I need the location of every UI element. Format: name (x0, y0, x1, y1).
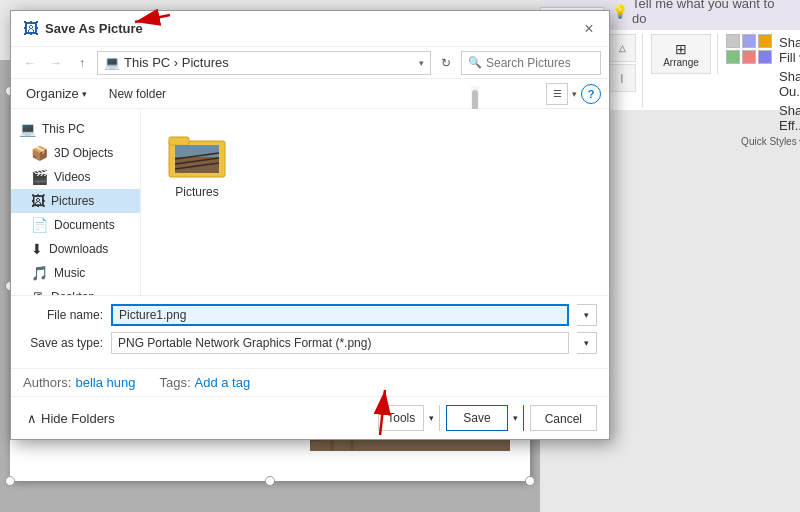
lightbulb-icon: 💡 (612, 4, 628, 19)
authors-value[interactable]: bella hung (75, 375, 135, 390)
up-button[interactable]: ↑ (71, 52, 93, 74)
music-label: Music (54, 266, 85, 280)
search-input[interactable] (486, 56, 596, 70)
filename-dropdown[interactable]: ▾ (577, 304, 597, 326)
save-as-dialog: 🖼 Save As Picture × ← → ↑ 💻 This PC › Pi… (10, 10, 610, 440)
tags-row: Authors: bella hung Tags: Add a tag (23, 375, 597, 390)
view-dropdown-icon[interactable]: ▾ (572, 89, 577, 99)
music-icon: 🎵 (31, 265, 48, 281)
handle-br[interactable] (525, 476, 535, 486)
sidebar-item-music[interactable]: 🎵 Music (11, 261, 140, 285)
pictures-icon: 🖼 (31, 193, 45, 209)
tags-label: Tags: (159, 375, 190, 390)
shape-fill-btn[interactable]: Shape Fill ▾ (776, 34, 800, 66)
computer-icon: 💻 (104, 55, 120, 70)
sidebar-item-downloads[interactable]: ⬇ Downloads (11, 237, 140, 261)
savetype-input[interactable] (111, 332, 569, 354)
handle-bl[interactable] (5, 476, 15, 486)
quick-styles-label[interactable]: Quick Styles ▾ (726, 136, 800, 147)
dialog-body: 💻 This PC 📦 3D Objects 🎬 Videos 🖼 Pictur… (11, 109, 609, 295)
cancel-button[interactable]: Cancel (530, 405, 597, 431)
documents-label: Documents (54, 218, 115, 232)
organize-button[interactable]: Organize ▾ (19, 83, 94, 104)
this-pc-label: This PC (42, 122, 85, 136)
back-button[interactable]: ← (19, 52, 41, 74)
dialog-fields: File name: ▾ Save as type: ▾ (11, 295, 609, 368)
breadcrumb-dropdown-icon[interactable]: ▾ (419, 58, 424, 68)
videos-icon: 🎬 (31, 169, 48, 185)
organize-dropdown-icon: ▾ (82, 89, 87, 99)
tools-dropdown-icon[interactable]: ▾ (423, 405, 439, 431)
filename-label: File name: (23, 308, 103, 322)
tab-tell[interactable]: 💡 Tell me what you want to do (604, 0, 800, 30)
sidebar: 💻 This PC 📦 3D Objects 🎬 Videos 🖼 Pictur… (11, 109, 141, 295)
shape-outline-btn[interactable]: Shape Ou... (776, 68, 800, 100)
filename-row: File name: ▾ (23, 304, 597, 326)
documents-icon: 📄 (31, 217, 48, 233)
shape-icon-6[interactable]: | (608, 64, 636, 92)
svg-rect-16 (169, 137, 189, 145)
save-button[interactable]: Save ▾ (446, 405, 523, 431)
handle-bc[interactable] (265, 476, 275, 486)
dialog-nav-toolbar: ← → ↑ 💻 This PC › Pictures ▾ ↻ 🔍 (11, 47, 609, 79)
view-button[interactable]: ☰ (546, 83, 568, 105)
savetype-label: Save as type: (23, 336, 103, 350)
new-folder-button[interactable]: New folder (100, 84, 175, 104)
tags-section: Tags: Add a tag (159, 375, 250, 390)
authors-label: Authors: (23, 375, 71, 390)
dialog-close-button[interactable]: × (577, 17, 601, 41)
downloads-label: Downloads (49, 242, 108, 256)
shape-effects-btn[interactable]: Shape Eff... (776, 102, 800, 134)
save-dropdown-icon[interactable]: ▾ (507, 405, 523, 431)
filename-input[interactable] (111, 304, 569, 326)
breadcrumb[interactable]: 💻 This PC › Pictures ▾ (97, 51, 431, 75)
this-pc-icon: 💻 (19, 121, 36, 137)
pictures-folder-item[interactable]: Pictures (157, 125, 237, 205)
sidebar-item-this-pc[interactable]: 💻 This PC (11, 117, 140, 141)
videos-label: Videos (54, 170, 90, 184)
search-box: 🔍 (461, 51, 601, 75)
dialog-footer: Authors: bella hung Tags: Add a tag (11, 368, 609, 396)
downloads-icon: ⬇ (31, 241, 43, 257)
sidebar-item-documents[interactable]: 📄 Documents (11, 213, 140, 237)
help-button[interactable]: ? (581, 84, 601, 104)
forward-button[interactable]: → (45, 52, 67, 74)
quick-styles[interactable] (726, 34, 772, 134)
add-tag-link[interactable]: Add a tag (195, 375, 251, 390)
3d-objects-icon: 📦 (31, 145, 48, 161)
dialog-icon: 🖼 (23, 20, 39, 38)
dialog-actions: ∧ Hide Folders Tools ▾ Save ▾ Cancel (11, 396, 609, 439)
tools-button[interactable]: Tools ▾ (378, 405, 440, 431)
pictures-label: Pictures (51, 194, 94, 208)
folder-name-label: Pictures (175, 185, 218, 199)
sidebar-item-3d-objects[interactable]: 📦 3D Objects (11, 141, 140, 165)
organize-toolbar: Organize ▾ New folder ☰ ▾ ? (11, 79, 609, 109)
dialog-title-bar: 🖼 Save As Picture × (11, 11, 609, 47)
search-icon: 🔍 (468, 56, 482, 69)
shape-icon-3[interactable]: △ (608, 34, 636, 62)
savetype-dropdown[interactable]: ▾ (577, 332, 597, 354)
title-bar-left: 🖼 Save As Picture (23, 20, 143, 38)
sidebar-item-pictures[interactable]: 🖼 Pictures (11, 189, 140, 213)
folder-thumbnail (167, 131, 227, 181)
savetype-row: Save as type: ▾ (23, 332, 597, 354)
sidebar-item-videos[interactable]: 🎬 Videos (11, 165, 140, 189)
refresh-button[interactable]: ↻ (435, 52, 457, 74)
authors-section: Authors: bella hung (23, 375, 135, 390)
dialog-title: Save As Picture (45, 21, 143, 36)
sidebar-item-desktop[interactable]: 🖥 Desktop (11, 285, 140, 295)
file-area: Pictures (141, 109, 609, 295)
hide-folders-button[interactable]: ∧ Hide Folders (23, 409, 119, 428)
chevron-up-icon: ∧ (27, 411, 37, 426)
3d-objects-label: 3D Objects (54, 146, 113, 160)
arrange-button[interactable]: ⊞ Arrange (651, 34, 711, 74)
